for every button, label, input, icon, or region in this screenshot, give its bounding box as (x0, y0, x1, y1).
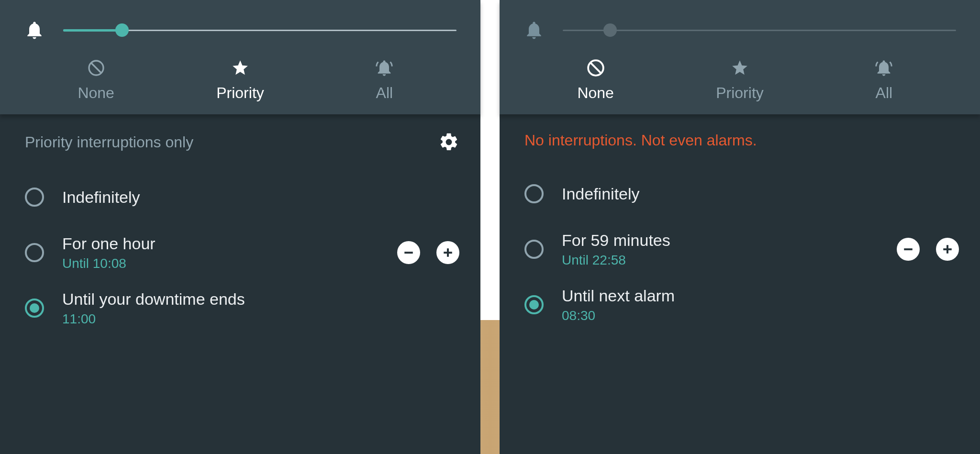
mode-tabs: None Priority All (523, 48, 956, 114)
gear-icon[interactable] (438, 132, 459, 153)
tab-label: All (876, 84, 893, 102)
volume-slider[interactable] (563, 23, 956, 37)
option-label: For one hour (62, 234, 379, 253)
header-text: No interruptions. Not even alarms. (524, 132, 757, 149)
panel-content: No interruptions. Not even alarms. Indef… (500, 114, 980, 454)
radio-icon (524, 295, 544, 314)
panel-content: Priority interruptions only Indefinitely… (0, 114, 480, 454)
plus-button[interactable] (936, 238, 959, 261)
slider-thumb[interactable] (115, 23, 129, 37)
option-until-next-alarm[interactable]: Until next alarm 08:30 (524, 286, 959, 323)
tab-label: Priority (716, 84, 764, 102)
tab-label: Priority (216, 84, 264, 102)
radio-icon (25, 299, 44, 318)
option-label: Until your downtime ends (62, 290, 459, 309)
option-sublabel: 11:00 (62, 311, 459, 327)
option-sublabel: Until 22:58 (562, 253, 879, 268)
star-icon (731, 58, 749, 78)
topbar: None Priority All (0, 0, 480, 114)
minus-button[interactable] (897, 238, 920, 261)
option-labels: For 59 minutes Until 22:58 (562, 231, 879, 268)
header-row: No interruptions. Not even alarms. (524, 132, 959, 149)
option-until-downtime[interactable]: Until your downtime ends 11:00 (25, 289, 459, 327)
slider-thumb[interactable] (603, 23, 617, 37)
tab-priority[interactable]: Priority (197, 58, 283, 102)
option-indefinitely[interactable]: Indefinitely (524, 175, 959, 212)
duration-steppers (897, 238, 959, 261)
option-for-duration[interactable]: For one hour Until 10:08 (25, 234, 459, 271)
bell-icon (523, 20, 545, 41)
svg-rect-3 (904, 248, 913, 250)
slider-track-active (63, 29, 122, 32)
interruptions-panel-none: None Priority All No interruptions. Not … (500, 0, 980, 454)
volume-row (24, 12, 457, 48)
svg-rect-0 (404, 252, 413, 254)
bell-icon (24, 20, 45, 41)
svg-rect-5 (947, 245, 948, 254)
block-icon (587, 58, 605, 78)
volume-row (523, 12, 956, 48)
bell-ring-icon (375, 58, 394, 78)
option-labels: For one hour Until 10:08 (62, 234, 379, 271)
radio-icon (25, 188, 44, 207)
tab-all[interactable]: All (341, 58, 427, 102)
slider-track (563, 30, 956, 31)
plus-button[interactable] (436, 241, 459, 264)
option-labels: Indefinitely (562, 185, 959, 203)
bell-ring-icon (874, 58, 893, 78)
option-labels: Until next alarm 08:30 (562, 287, 959, 323)
option-labels: Until your downtime ends 11:00 (62, 290, 459, 327)
tab-all[interactable]: All (841, 58, 927, 102)
tab-label: None (78, 84, 114, 102)
option-sublabel: Until 10:08 (62, 256, 379, 271)
interruptions-panel-priority: None Priority All Priority interruptions… (0, 0, 480, 454)
star-icon (231, 58, 249, 78)
radio-icon (25, 243, 44, 262)
tab-priority[interactable]: Priority (697, 58, 783, 102)
mode-tabs: None Priority All (24, 48, 457, 114)
minus-button[interactable] (397, 241, 420, 264)
tab-none[interactable]: None (53, 58, 139, 102)
header-text: Priority interruptions only (25, 133, 193, 151)
radio-icon (524, 240, 544, 259)
option-sublabel: 08:30 (562, 308, 959, 323)
block-icon (88, 58, 105, 78)
option-label: Indefinitely (562, 185, 959, 203)
option-label: Indefinitely (62, 188, 459, 207)
tab-none[interactable]: None (553, 58, 639, 102)
option-label: Until next alarm (562, 287, 959, 305)
volume-slider[interactable] (63, 23, 457, 37)
svg-rect-2 (447, 248, 449, 257)
options-list: Indefinitely For 59 minutes Until 22:58 (524, 175, 959, 323)
option-for-duration[interactable]: For 59 minutes Until 22:58 (524, 231, 959, 268)
option-labels: Indefinitely (62, 188, 459, 207)
duration-steppers (397, 241, 459, 264)
options-list: Indefinitely For one hour Until 10:08 (25, 178, 459, 327)
option-label: For 59 minutes (562, 231, 879, 250)
tab-label: All (376, 84, 393, 102)
header-row: Priority interruptions only (25, 132, 459, 153)
radio-icon (524, 184, 544, 203)
topbar: None Priority All (500, 0, 980, 114)
tab-label: None (577, 84, 614, 102)
option-indefinitely[interactable]: Indefinitely (25, 178, 459, 216)
